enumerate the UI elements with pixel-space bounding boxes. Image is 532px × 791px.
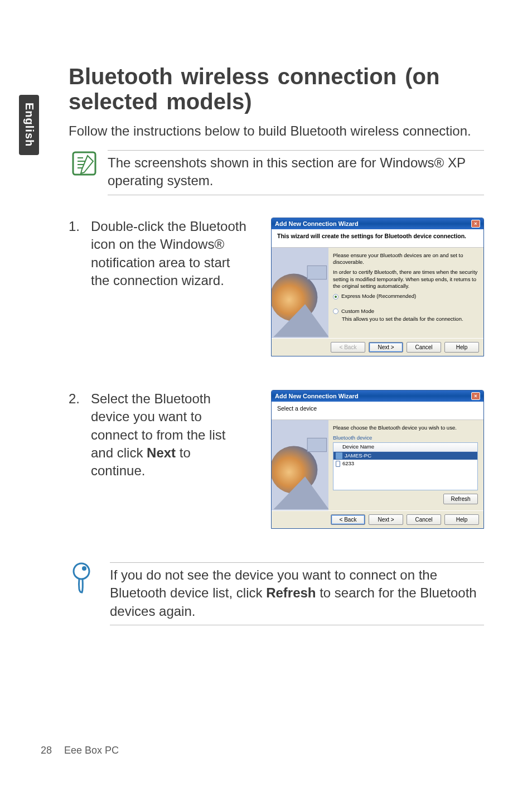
tip-box: If you do not see the device you want to… xyxy=(71,562,484,625)
step-2-bold: Next xyxy=(147,445,176,460)
wizard1-titlebar: Add New Connection Wizard × xyxy=(272,218,483,229)
page-title: Bluetooth wireless connection (on select… xyxy=(69,64,484,114)
wizard1-back-button: < Back xyxy=(331,342,365,353)
wizard1-cancel-button[interactable]: Cancel xyxy=(407,342,441,353)
wizard1-radio-express[interactable]: Express Mode (Recommended) xyxy=(333,293,478,300)
wizard1-radio-custom[interactable]: Custom Mode xyxy=(333,308,478,315)
intro-paragraph: Follow the instructions below to build B… xyxy=(69,122,484,140)
wizard1-header: This wizard will create the settings for… xyxy=(272,229,483,248)
wizard2-refresh-button[interactable]: Refresh xyxy=(443,494,478,504)
step-1: 1. Double-click the Bluetooth icon on th… xyxy=(69,218,484,356)
tip-bold: Refresh xyxy=(266,585,316,600)
wizard2-device-list[interactable]: Device Name JAMES-PC 6233 xyxy=(333,442,478,490)
wizard2-cancel-button[interactable]: Cancel xyxy=(407,514,441,525)
wizard1-para2: In order to certify Bluetooth, there are… xyxy=(333,269,478,290)
wizard2-dev1-label: JAMES-PC xyxy=(345,452,371,459)
wizard2-help-button[interactable]: Help xyxy=(444,514,479,525)
wizard2-back-button[interactable]: < Back xyxy=(331,514,365,525)
phone-icon xyxy=(336,461,340,467)
wizard-dialog-1: Add New Connection Wizard × This wizard … xyxy=(271,218,484,356)
wizard2-content: Please choose the Bluetooth device you w… xyxy=(328,420,483,510)
step-1-number: 1. xyxy=(69,218,84,235)
wizard1-title: Add New Connection Wizard xyxy=(275,220,359,227)
wizard2-footer: < Back Next > Cancel Help xyxy=(272,510,483,528)
wizard1-help-button[interactable]: Help xyxy=(444,342,479,353)
step-1-text: Double-click the Bluetooth icon on the W… xyxy=(91,218,247,290)
step-1-screenshot: Add New Connection Wizard × This wizard … xyxy=(254,218,484,356)
step-2-number: 2. xyxy=(69,390,84,408)
svg-point-9 xyxy=(74,563,89,579)
tip-icon xyxy=(71,562,93,597)
wizard2-header-text: Select a device xyxy=(277,405,478,412)
note-box: The screenshots shown in this section ar… xyxy=(71,150,484,195)
tip-text-wrap: If you do not see the device you want to… xyxy=(110,562,484,625)
wizard1-content: Please ensure your Bluetooth devices are… xyxy=(328,248,483,338)
wizard1-radio2-label: Custom Mode xyxy=(341,308,374,315)
tip-text: If you do not see the device you want to… xyxy=(110,566,484,620)
wizard2-device-jamespc[interactable]: JAMES-PC xyxy=(333,452,477,460)
wizard1-graphic xyxy=(272,248,328,338)
page-content: Bluetooth wireless connection (on select… xyxy=(69,64,484,625)
note-icon xyxy=(71,150,98,177)
svg-rect-4 xyxy=(307,266,326,279)
language-label: English xyxy=(23,103,36,147)
page-number: 28 xyxy=(41,745,52,756)
wizard2-title: Add New Connection Wizard xyxy=(275,393,359,399)
wizard2-body: Please choose the Bluetooth device you w… xyxy=(272,420,483,510)
wizard1-header-text: This wizard will create the settings for… xyxy=(277,233,478,239)
step-2: 2. Select the Bluetooth device you want … xyxy=(69,390,484,529)
radio-checked-icon xyxy=(333,294,338,300)
wizard1-body: Please ensure your Bluetooth devices are… xyxy=(272,248,483,338)
wizard2-device-6233[interactable]: 6233 xyxy=(333,460,477,467)
svg-rect-8 xyxy=(307,438,326,451)
note-text-wrap: The screenshots shown in this section ar… xyxy=(108,150,484,195)
wizard2-prompt: Please choose the Bluetooth device you w… xyxy=(333,425,478,431)
page-footer: 28 Eee Box PC xyxy=(41,745,119,756)
wizard1-next-button[interactable]: Next > xyxy=(369,342,403,353)
close-icon[interactable]: × xyxy=(471,392,480,400)
note-text: The screenshots shown in this section ar… xyxy=(108,154,484,190)
wizard1-para1: Please ensure your Bluetooth devices are… xyxy=(333,252,478,266)
wizard2-list-label: Bluetooth device xyxy=(333,435,478,441)
pc-icon xyxy=(336,452,342,459)
wizard1-radio2-desc: This allows you to set the details for t… xyxy=(342,316,478,322)
radio-unchecked-icon xyxy=(333,308,338,314)
step-2-screenshot: Add New Connection Wizard × Select a dev… xyxy=(254,390,484,529)
wizard2-next-button[interactable]: Next > xyxy=(369,514,403,525)
language-side-tab: English xyxy=(19,95,39,155)
wizard2-titlebar: Add New Connection Wizard × xyxy=(272,390,483,402)
wizard1-radio1-label: Express Mode (Recommended) xyxy=(341,293,416,300)
wizard2-dev2-label: 6233 xyxy=(342,460,354,467)
close-icon[interactable]: × xyxy=(471,220,480,228)
wizard2-graphic xyxy=(272,420,328,510)
product-name: Eee Box PC xyxy=(64,745,119,756)
wizard2-header: Select a device xyxy=(272,402,483,420)
wizard1-footer: < Back Next > Cancel Help xyxy=(272,338,483,356)
wizard-dialog-2: Add New Connection Wizard × Select a dev… xyxy=(271,390,484,529)
step-2-text: Select the Bluetooth device you want to … xyxy=(91,390,247,480)
wizard2-col-header: Device Name xyxy=(333,443,477,451)
svg-point-10 xyxy=(82,566,86,571)
